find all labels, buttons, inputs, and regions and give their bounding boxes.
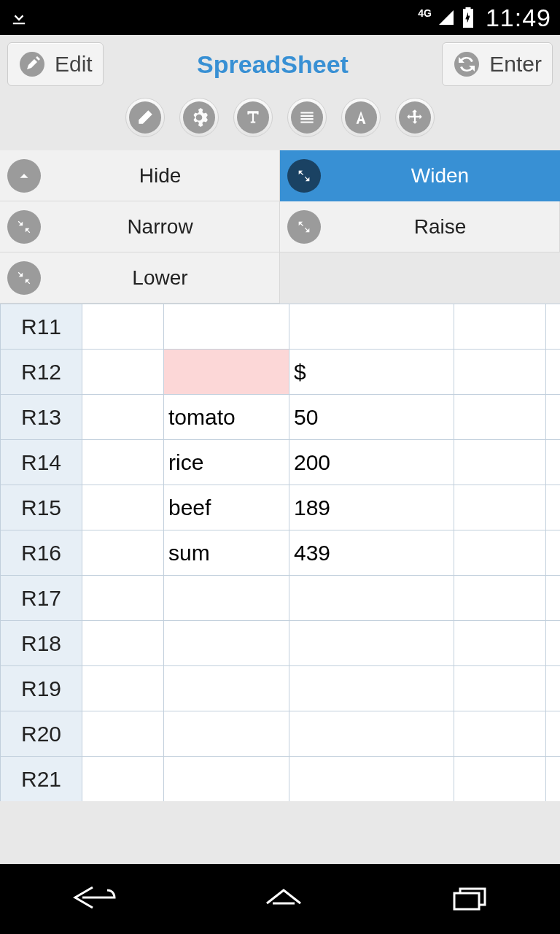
cell[interactable] [454, 757, 546, 802]
recents-button[interactable] [447, 883, 491, 915]
settings-button[interactable] [179, 98, 219, 137]
cell[interactable] [82, 711, 164, 757]
cell[interactable] [289, 576, 454, 621]
format-icon-row [0, 90, 560, 150]
row-header[interactable]: R16 [1, 530, 82, 576]
align-button[interactable] [287, 98, 327, 137]
cell[interactable] [454, 485, 546, 530]
cell[interactable] [82, 576, 164, 621]
lines-icon [291, 101, 323, 134]
gear-icon [183, 101, 215, 134]
cell[interactable] [82, 666, 164, 711]
android-nav-bar [0, 864, 560, 934]
cell[interactable] [454, 711, 546, 757]
cell[interactable] [454, 666, 546, 711]
cell[interactable] [289, 621, 454, 666]
raise-button[interactable]: Raise [280, 201, 560, 252]
cell[interactable]: sum [164, 530, 289, 576]
cell[interactable] [82, 350, 164, 395]
cell[interactable] [164, 576, 289, 621]
cell[interactable]: $ [289, 350, 454, 395]
cell[interactable]: rice [164, 440, 289, 485]
font-button[interactable] [341, 98, 381, 137]
cell[interactable]: tomato [164, 395, 289, 440]
hide-button[interactable]: Hide [0, 150, 280, 201]
cell[interactable] [546, 350, 561, 395]
spreadsheet[interactable]: R11R12$R13tomato50R14rice200R15beef189R1… [0, 304, 560, 801]
cell[interactable] [546, 757, 561, 802]
row-header[interactable]: R12 [1, 350, 82, 395]
cell[interactable] [82, 621, 164, 666]
cell[interactable] [546, 666, 561, 711]
row-header[interactable]: R11 [1, 304, 82, 350]
contract-icon [7, 210, 41, 244]
cell[interactable] [289, 757, 454, 802]
cell[interactable] [454, 350, 546, 395]
cell[interactable] [546, 576, 561, 621]
cell[interactable] [454, 576, 546, 621]
download-icon [9, 7, 29, 28]
cell[interactable]: 50 [289, 395, 454, 440]
cell[interactable] [546, 485, 561, 530]
row-header[interactable]: R18 [1, 621, 82, 666]
table-row: R11 [1, 304, 561, 350]
cell[interactable]: 200 [289, 440, 454, 485]
row-header[interactable]: R20 [1, 711, 82, 757]
cell[interactable] [454, 530, 546, 576]
row-header[interactable]: R13 [1, 395, 82, 440]
widen-button[interactable]: Widen [280, 150, 560, 201]
eraser-button[interactable] [125, 98, 165, 137]
narrow-label: Narrow [41, 215, 279, 239]
row-header[interactable]: R14 [1, 440, 82, 485]
chevron-up-icon [7, 159, 41, 193]
narrow-button[interactable]: Narrow [0, 201, 280, 252]
cell[interactable] [164, 757, 289, 802]
cell[interactable] [164, 711, 289, 757]
table-row: R16sum439 [1, 530, 561, 576]
cell[interactable] [546, 711, 561, 757]
cell[interactable]: 189 [289, 485, 454, 530]
hide-label: Hide [41, 164, 279, 188]
cell[interactable] [289, 304, 454, 350]
table-row: R18 [1, 621, 561, 666]
cell[interactable] [82, 485, 164, 530]
cell[interactable] [82, 757, 164, 802]
cell[interactable]: 439 [289, 530, 454, 576]
cell[interactable] [164, 350, 289, 395]
enter-button[interactable]: Enter [442, 42, 553, 86]
cell[interactable] [454, 395, 546, 440]
cell[interactable] [289, 666, 454, 711]
sheet-table: R11R12$R13tomato50R14rice200R15beef189R1… [0, 304, 560, 801]
cell[interactable] [546, 530, 561, 576]
cell[interactable] [82, 395, 164, 440]
row-header[interactable]: R19 [1, 666, 82, 711]
font-icon [345, 101, 377, 134]
cell[interactable] [82, 530, 164, 576]
cell[interactable]: beef [164, 485, 289, 530]
cell[interactable] [289, 711, 454, 757]
cell[interactable] [164, 304, 289, 350]
row-header[interactable]: R15 [1, 485, 82, 530]
cell[interactable] [454, 621, 546, 666]
widen-label: Widen [321, 164, 559, 188]
table-row: R12$ [1, 350, 561, 395]
cell[interactable] [546, 621, 561, 666]
lower-button[interactable]: Lower [0, 252, 280, 304]
cell[interactable] [164, 666, 289, 711]
cell[interactable] [82, 440, 164, 485]
cell[interactable] [546, 395, 561, 440]
edit-button[interactable]: Edit [7, 42, 104, 86]
table-row: R13tomato50 [1, 395, 561, 440]
row-header[interactable]: R21 [1, 757, 82, 802]
home-button[interactable] [258, 883, 309, 915]
cell[interactable] [454, 440, 546, 485]
back-button[interactable] [69, 883, 120, 915]
cell[interactable] [546, 440, 561, 485]
row-header[interactable]: R17 [1, 576, 82, 621]
cell[interactable] [546, 304, 561, 350]
text-button[interactable] [233, 98, 273, 137]
cell[interactable] [164, 621, 289, 666]
cell[interactable] [82, 304, 164, 350]
cell[interactable] [454, 304, 546, 350]
move-button[interactable] [395, 98, 435, 137]
